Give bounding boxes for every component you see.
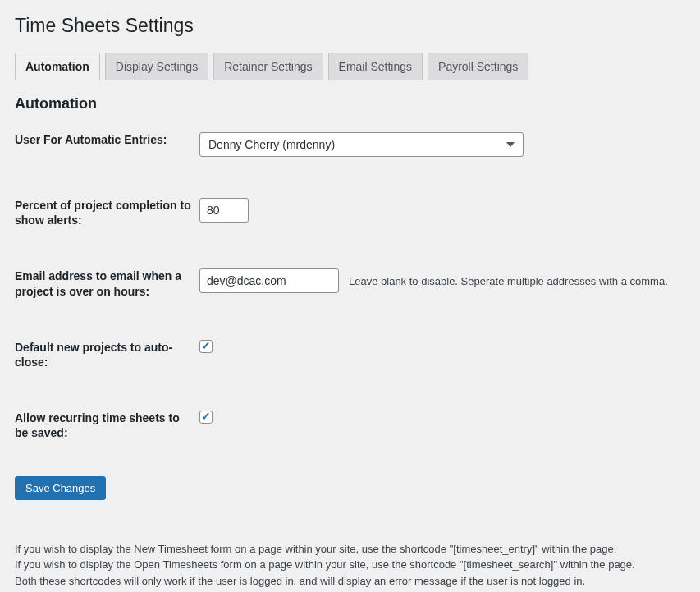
row-email-over: Email address to email when a project is… bbox=[15, 268, 685, 298]
save-changes-button[interactable]: Save Changes bbox=[15, 476, 106, 500]
checkbox-auto-close[interactable] bbox=[199, 340, 213, 353]
footer-line-1: If you wish to display the New Timesheet… bbox=[15, 541, 685, 558]
tabs-nav: Automation Display Settings Retainer Set… bbox=[15, 52, 685, 80]
tab-automation[interactable]: Automation bbox=[15, 53, 100, 80]
label-email-over: Email address to email when a project is… bbox=[15, 268, 199, 298]
tab-payroll-settings[interactable]: Payroll Settings bbox=[428, 53, 528, 80]
tab-retainer-settings[interactable]: Retainer Settings bbox=[213, 53, 323, 80]
checkbox-recurring[interactable] bbox=[199, 411, 213, 424]
select-user-entries[interactable]: Denny Cherry (mrdenny) bbox=[199, 132, 524, 157]
footer-line-2: If you wish to display the Open Timeshee… bbox=[15, 557, 685, 573]
label-user-entries: User For Automatic Entries: bbox=[15, 132, 199, 147]
tab-display-settings[interactable]: Display Settings bbox=[105, 53, 208, 80]
label-recurring: Allow recurring time sheets to be saved: bbox=[15, 411, 199, 440]
footer-line-3: Both these shortcodes will only work if … bbox=[15, 573, 685, 590]
input-percent-alert[interactable] bbox=[199, 198, 249, 223]
row-recurring: Allow recurring time sheets to be saved: bbox=[15, 411, 685, 440]
hint-email-over: Leave blank to disable. Seperate multipl… bbox=[349, 275, 668, 287]
tab-email-settings[interactable]: Email Settings bbox=[328, 53, 423, 80]
row-user-entries: User For Automatic Entries: Denny Cherry… bbox=[15, 132, 685, 157]
section-title: Automation bbox=[15, 95, 685, 112]
page-title: Time Sheets Settings bbox=[15, 15, 685, 37]
label-percent-alert: Percent of project completion to show al… bbox=[15, 198, 199, 227]
row-percent-alert: Percent of project completion to show al… bbox=[15, 198, 685, 227]
label-auto-close: Default new projects to auto-close: bbox=[15, 340, 199, 369]
row-auto-close: Default new projects to auto-close: bbox=[15, 340, 685, 369]
input-email-over[interactable] bbox=[199, 268, 339, 293]
footer-text: If you wish to display the New Timesheet… bbox=[15, 541, 685, 593]
